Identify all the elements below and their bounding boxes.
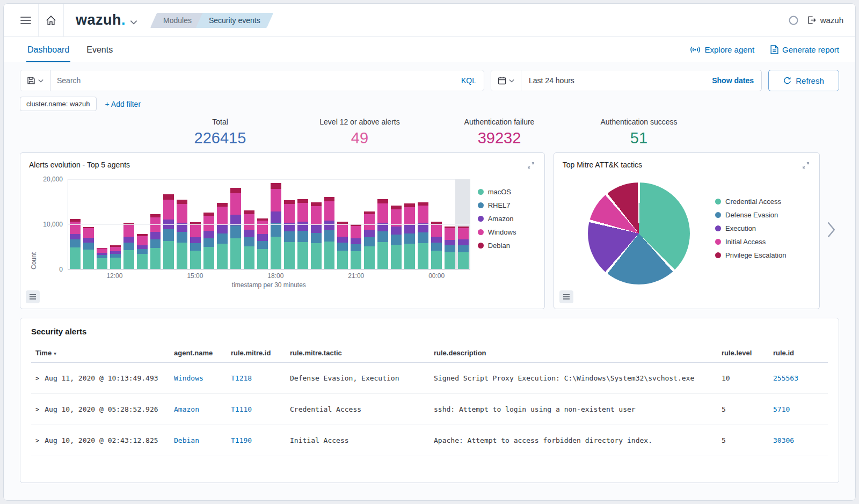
stat-value[interactable]: 51 — [569, 129, 709, 147]
bar[interactable] — [244, 210, 254, 269]
legend-item[interactable]: RHEL7 — [478, 201, 536, 209]
col-rule-mitre-tactic[interactable]: rule.mitre.tactic — [286, 344, 430, 363]
legend-item[interactable]: Credential Access — [715, 198, 811, 206]
col-time[interactable]: Time▾ — [31, 344, 170, 363]
stat-value[interactable]: 39232 — [430, 129, 569, 147]
col-rule-mitre-id[interactable]: rule.mitre.id — [227, 344, 286, 363]
add-filter-button[interactable]: + Add filter — [105, 100, 141, 108]
bar[interactable] — [203, 213, 214, 269]
bar[interactable] — [70, 219, 81, 269]
filter-chip[interactable]: cluster.name: wazuh — [20, 97, 97, 111]
legend-item[interactable]: Amazon — [478, 215, 536, 223]
kql-toggle[interactable]: KQL — [454, 76, 484, 85]
bar[interactable] — [324, 197, 335, 269]
breadcrumb-modules[interactable]: Modules — [154, 13, 201, 28]
show-dates-button[interactable]: Show dates — [704, 76, 761, 85]
agent-link[interactable]: Debian — [174, 436, 199, 444]
user-menu[interactable]: wazuh — [805, 4, 846, 37]
bar[interactable] — [284, 200, 295, 269]
col-rule-description[interactable]: rule.description — [430, 344, 717, 363]
chevron-down-icon[interactable] — [130, 17, 137, 27]
bar-segment — [404, 244, 415, 269]
legend-item[interactable]: macOS — [478, 188, 536, 196]
bar[interactable] — [97, 248, 107, 269]
legend-item[interactable]: Initial Access — [715, 238, 811, 246]
bar[interactable] — [311, 202, 322, 269]
legend-label: Privilege Escalation — [725, 251, 786, 259]
panel-options-button[interactable] — [559, 290, 573, 303]
rule-id-link[interactable]: 5710 — [773, 405, 790, 413]
bar[interactable] — [163, 194, 174, 269]
chevron-right-icon[interactable] — [825, 219, 838, 243]
date-quick-select-button[interactable] — [491, 70, 521, 91]
bar[interactable] — [297, 199, 308, 269]
bar[interactable] — [190, 222, 201, 269]
bar-segment — [70, 247, 81, 269]
legend-item[interactable]: Debian — [478, 242, 536, 250]
bar[interactable] — [364, 211, 375, 269]
legend-item[interactable]: Execution — [715, 224, 811, 232]
legend-item[interactable]: Privilege Escalation — [715, 251, 811, 259]
bar[interactable] — [271, 183, 281, 269]
bar[interactable] — [431, 222, 442, 269]
expand-row-caret[interactable]: > — [35, 437, 39, 444]
x-tick-label: 00:00 — [428, 272, 445, 280]
legend-item[interactable]: Windows — [478, 228, 536, 236]
bar[interactable] — [337, 222, 348, 269]
bar[interactable] — [391, 206, 402, 269]
refresh-button[interactable]: Refresh — [768, 70, 839, 91]
bar[interactable] — [458, 227, 469, 269]
bar[interactable] — [110, 245, 121, 269]
bar[interactable] — [404, 203, 415, 269]
bar-segment — [418, 202, 428, 206]
bar[interactable] — [418, 202, 428, 269]
agent-link[interactable]: Windows — [174, 374, 203, 382]
bar-plot[interactable] — [68, 179, 470, 269]
saved-queries-button[interactable] — [20, 70, 50, 91]
search-input[interactable] — [50, 70, 454, 91]
generate-report-button[interactable]: Generate report — [770, 45, 839, 54]
col-rule-id[interactable]: rule.id — [769, 344, 828, 363]
panel-title: Top Mitre ATT&K tactics — [563, 160, 642, 169]
mitre-id-link[interactable]: T1110 — [231, 405, 252, 413]
bar[interactable] — [150, 214, 161, 269]
col-agent-name[interactable]: agent.name — [170, 344, 227, 363]
bar[interactable] — [351, 224, 361, 269]
expand-panel-button[interactable] — [526, 160, 536, 172]
time-range-value[interactable]: Last 24 hours — [521, 76, 704, 85]
stat-value[interactable]: 226415 — [150, 129, 290, 147]
rule-id-link[interactable]: 255563 — [773, 374, 798, 382]
ring-icon[interactable] — [782, 4, 805, 37]
legend-item[interactable]: Defense Evasion — [715, 211, 811, 219]
bar[interactable] — [123, 223, 134, 269]
agent-link[interactable]: Amazon — [174, 405, 199, 413]
expand-row-caret[interactable]: > — [35, 375, 39, 382]
tab-dashboard[interactable]: Dashboard — [26, 37, 70, 62]
col-rule-level[interactable]: rule.level — [717, 344, 769, 363]
stat-value[interactable]: 49 — [290, 129, 430, 147]
bar[interactable] — [83, 227, 94, 269]
pie-chart[interactable] — [588, 182, 690, 284]
explore-agent-button[interactable]: Explore agent — [689, 45, 755, 54]
expand-panel-button[interactable] — [801, 160, 811, 172]
expand-row-caret[interactable]: > — [35, 406, 39, 413]
bar[interactable] — [377, 199, 388, 269]
bar-segment — [217, 203, 228, 207]
y-tick-label: 20,000 — [43, 176, 63, 183]
bar[interactable] — [137, 234, 148, 269]
rule-id-link[interactable]: 30306 — [773, 436, 794, 444]
bar[interactable] — [257, 218, 268, 269]
mitre-id-link[interactable]: T1218 — [231, 374, 252, 382]
home-button[interactable] — [39, 4, 63, 37]
logo-dot: . — [121, 12, 126, 28]
menu-button[interactable] — [13, 4, 38, 37]
tab-events[interactable]: Events — [85, 37, 114, 62]
mitre-id-link[interactable]: T1190 — [231, 436, 252, 444]
wazuh-logo[interactable]: wazuh. — [76, 12, 126, 28]
bar[interactable] — [177, 200, 187, 269]
bar[interactable] — [445, 227, 455, 269]
bar-segment — [445, 228, 455, 240]
bar[interactable] — [230, 188, 241, 269]
bar[interactable] — [217, 203, 228, 269]
panel-options-button[interactable] — [26, 290, 40, 303]
